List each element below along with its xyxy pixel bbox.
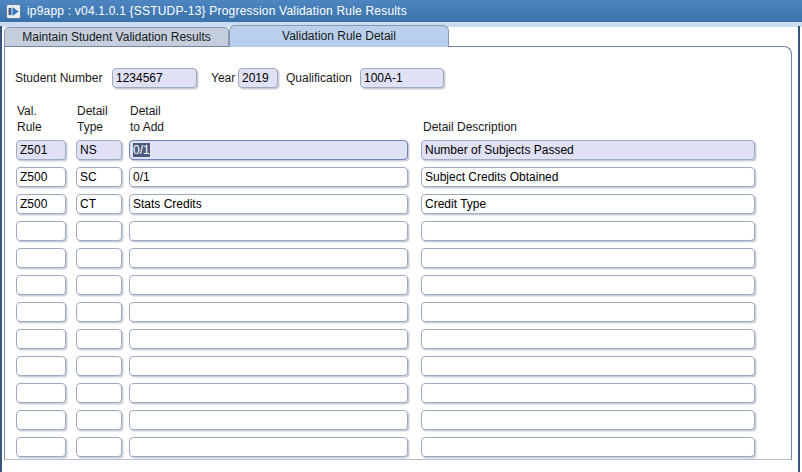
detail-to-add-field[interactable]: [129, 221, 408, 241]
detail-to-add-field[interactable]: [129, 356, 408, 376]
detail-type-field[interactable]: [76, 302, 122, 322]
detail-description-field[interactable]: Credit Type: [421, 194, 755, 214]
field-text: Z500: [20, 170, 47, 184]
detail-type-field[interactable]: [76, 221, 122, 241]
val-rule-field[interactable]: [16, 383, 66, 403]
table-row: Z500 SC 0/1 Subject Credits Obtained: [0, 167, 802, 187]
val-rule-field[interactable]: [16, 437, 66, 457]
table-row: Z501 NS 0/1 Number of Subjects Passed: [0, 140, 802, 160]
detail-description-field[interactable]: [421, 329, 755, 349]
val-rule-field[interactable]: Z500: [16, 167, 66, 187]
detail-to-add-field[interactable]: [129, 329, 408, 349]
val-rule-field[interactable]: [16, 275, 66, 295]
detail-type-field[interactable]: NS: [76, 140, 122, 160]
detail-type-field[interactable]: [76, 383, 122, 403]
detail-description-field[interactable]: [421, 356, 755, 376]
field-text: Z501: [20, 143, 47, 157]
detail-description-field[interactable]: [421, 248, 755, 268]
detail-description-field[interactable]: [421, 410, 755, 430]
detail-to-add-field[interactable]: Stats Credits: [129, 194, 408, 214]
field-text: SC: [80, 170, 97, 184]
detail-to-add-field[interactable]: [129, 383, 408, 403]
detail-to-add-field[interactable]: [129, 410, 408, 430]
detail-description-field[interactable]: [421, 275, 755, 295]
detail-description-field[interactable]: [421, 302, 755, 322]
field-text: Z500: [20, 197, 47, 211]
val-rule-field[interactable]: Z500: [16, 194, 66, 214]
detail-to-add-field[interactable]: [129, 302, 408, 322]
val-rule-field[interactable]: [16, 329, 66, 349]
table-row: [0, 410, 802, 430]
detail-description-field[interactable]: [421, 437, 755, 457]
table-row: [0, 248, 802, 268]
detail-description-field[interactable]: Number of Subjects Passed: [421, 140, 755, 160]
field-text: Subject Credits Obtained: [425, 170, 558, 184]
detail-type-field[interactable]: [76, 437, 122, 457]
field-text: 0/1: [133, 143, 150, 157]
table-row: Z500 CT Stats Credits Credit Type: [0, 194, 802, 214]
detail-description-field[interactable]: Subject Credits Obtained: [421, 167, 755, 187]
detail-to-add-field[interactable]: 0/1: [129, 167, 408, 187]
table-row: [0, 356, 802, 376]
val-rule-field[interactable]: Z501: [16, 140, 66, 160]
val-rule-field[interactable]: [16, 410, 66, 430]
detail-type-field[interactable]: [76, 329, 122, 349]
field-text: NS: [80, 143, 97, 157]
table-row: [0, 437, 802, 457]
table-row: [0, 329, 802, 349]
val-rule-field[interactable]: [16, 302, 66, 322]
detail-description-field[interactable]: [421, 221, 755, 241]
table-row: [0, 275, 802, 295]
val-rule-field[interactable]: [16, 356, 66, 376]
grid-rows: Z501 NS 0/1 Number of Subjects Passed Z5…: [0, 0, 802, 472]
field-text: Credit Type: [425, 197, 486, 211]
detail-type-field[interactable]: [76, 356, 122, 376]
detail-type-field[interactable]: [76, 248, 122, 268]
detail-to-add-field[interactable]: [129, 275, 408, 295]
detail-type-field[interactable]: CT: [76, 194, 122, 214]
detail-to-add-field[interactable]: [129, 248, 408, 268]
table-row: [0, 383, 802, 403]
field-text: CT: [80, 197, 96, 211]
detail-type-field[interactable]: SC: [76, 167, 122, 187]
val-rule-field[interactable]: [16, 248, 66, 268]
field-text: Stats Credits: [133, 197, 202, 211]
table-row: [0, 302, 802, 322]
detail-to-add-field[interactable]: 0/1: [129, 140, 408, 160]
application-window: ip9app : v04.1.0.1 {SSTUDP-13} Progressi…: [0, 0, 802, 472]
field-text: Number of Subjects Passed: [425, 143, 574, 157]
detail-type-field[interactable]: [76, 275, 122, 295]
val-rule-field[interactable]: [16, 221, 66, 241]
detail-type-field[interactable]: [76, 410, 122, 430]
detail-to-add-field[interactable]: [129, 437, 408, 457]
table-row: [0, 221, 802, 241]
field-text: 0/1: [133, 170, 150, 184]
detail-description-field[interactable]: [421, 383, 755, 403]
